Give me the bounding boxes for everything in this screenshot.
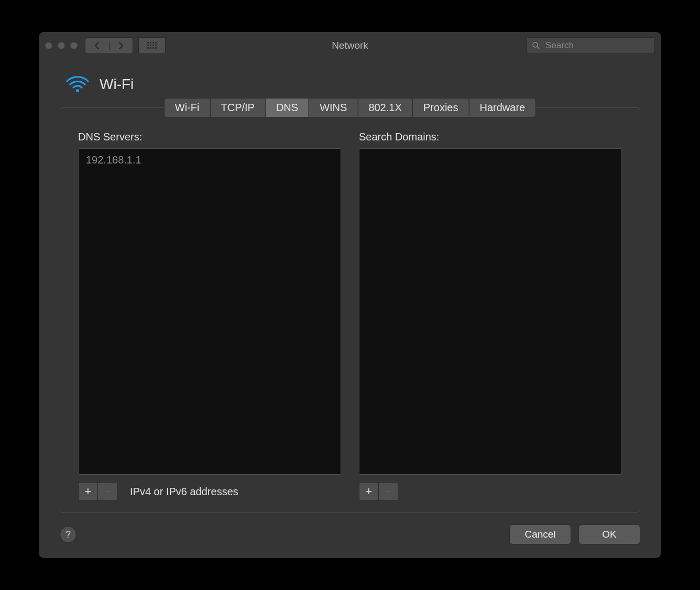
wifi-icon [65,73,90,96]
dns-servers-footer: + − IPv4 or IPv6 addresses [78,482,341,501]
tab-tcp-ip[interactable]: TCP/IP [210,98,265,117]
tab-hardware[interactable]: Hardware [468,98,536,117]
nav-forward-button[interactable] [109,41,133,50]
minimize-window-button[interactable] [58,42,65,49]
dns-hint: IPv4 or IPv6 addresses [130,486,238,498]
nav-back-button[interactable] [85,41,109,50]
svg-point-2 [76,89,79,92]
window-footer: ? Cancel OK [60,525,640,544]
search-icon [532,41,540,50]
dns-servers-buttons: + − [78,482,117,501]
tab-802-1x[interactable]: 802.1X [357,98,412,117]
interface-header: Wi-Fi [60,73,640,96]
dns-servers-column: DNS Servers: 192.168.1.1 + − IPv4 or IPv… [78,131,341,501]
search-field[interactable] [526,37,655,54]
search-domains-list[interactable] [359,148,622,475]
help-button[interactable]: ? [60,526,76,543]
grid-icon [147,42,157,49]
search-domains-column: Search Domains: + − [359,131,622,501]
dns-servers-label: DNS Servers: [78,131,341,143]
dns-servers-list[interactable]: 192.168.1.1 [78,148,341,475]
show-all-button[interactable] [138,37,166,54]
dns-columns: DNS Servers: 192.168.1.1 + − IPv4 or IPv… [78,131,622,501]
search-domains-buttons: + − [359,482,398,501]
zoom-window-button[interactable] [70,42,78,49]
network-preferences-window: Network Wi-Fi Wi-FiTCP/IPDNSWINS802 [39,32,661,558]
tab-proxies[interactable]: Proxies [412,98,469,117]
tab-bar: Wi-FiTCP/IPDNSWINS802.1XProxiesHardware [164,98,536,117]
tab-wins[interactable]: WINS [309,98,358,117]
search-domains-label: Search Domains: [359,131,622,143]
close-window-button[interactable] [45,42,52,49]
settings-panel: Wi-FiTCP/IPDNSWINS802.1XProxiesHardware … [60,107,640,513]
svg-line-1 [537,47,539,49]
interface-name: Wi-Fi [100,76,134,93]
add-search-domain-button[interactable]: + [359,482,379,501]
cancel-button[interactable]: Cancel [509,525,571,544]
remove-search-domain-button[interactable]: − [378,482,398,501]
tab-dns[interactable]: DNS [265,98,309,117]
dns-server-row[interactable]: 192.168.1.1 [85,153,334,167]
ok-button[interactable]: OK [578,525,640,544]
remove-dns-server-button[interactable]: − [97,482,117,501]
add-dns-server-button[interactable]: + [78,482,98,501]
search-domains-footer: + − [359,482,622,501]
window-body: Wi-Fi Wi-FiTCP/IPDNSWINS802.1XProxiesHar… [39,59,661,558]
search-input[interactable] [544,40,658,51]
titlebar: Network [39,32,661,59]
tab-wi-fi[interactable]: Wi-Fi [164,98,211,117]
window-controls [45,42,78,49]
nav-back-forward [85,37,133,54]
